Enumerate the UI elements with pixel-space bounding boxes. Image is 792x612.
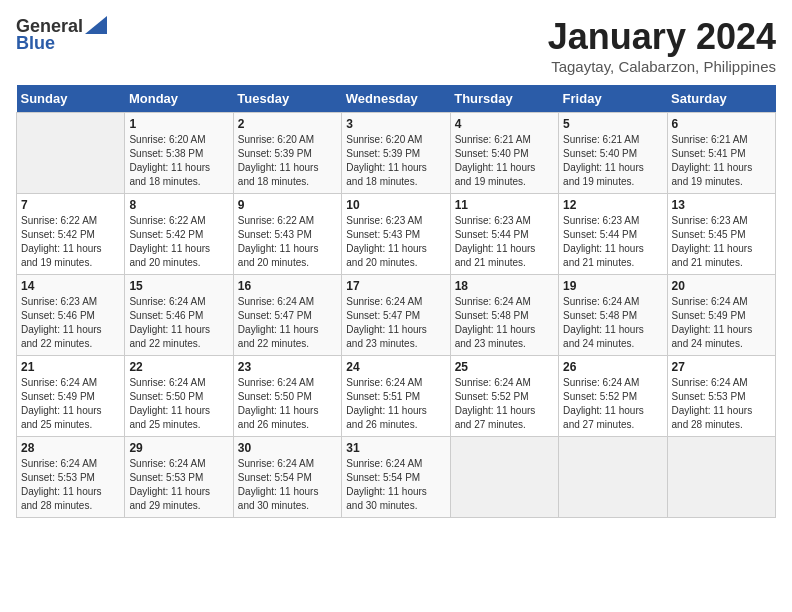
day-number: 27: [672, 360, 771, 374]
calendar-cell: 30Sunrise: 6:24 AM Sunset: 5:54 PM Dayli…: [233, 437, 341, 518]
day-info: Sunrise: 6:22 AM Sunset: 5:42 PM Dayligh…: [21, 214, 120, 270]
week-row-4: 21Sunrise: 6:24 AM Sunset: 5:49 PM Dayli…: [17, 356, 776, 437]
day-info: Sunrise: 6:23 AM Sunset: 5:46 PM Dayligh…: [21, 295, 120, 351]
day-number: 28: [21, 441, 120, 455]
calendar-title: January 2024: [548, 16, 776, 58]
day-number: 29: [129, 441, 228, 455]
calendar-cell: [17, 113, 125, 194]
calendar-cell: [559, 437, 667, 518]
day-number: 18: [455, 279, 554, 293]
header-friday: Friday: [559, 85, 667, 113]
day-info: Sunrise: 6:23 AM Sunset: 5:43 PM Dayligh…: [346, 214, 445, 270]
day-info: Sunrise: 6:24 AM Sunset: 5:48 PM Dayligh…: [563, 295, 662, 351]
calendar-cell: 31Sunrise: 6:24 AM Sunset: 5:54 PM Dayli…: [342, 437, 450, 518]
header-saturday: Saturday: [667, 85, 775, 113]
day-info: Sunrise: 6:21 AM Sunset: 5:40 PM Dayligh…: [563, 133, 662, 189]
calendar-subtitle: Tagaytay, Calabarzon, Philippines: [548, 58, 776, 75]
calendar-cell: 1Sunrise: 6:20 AM Sunset: 5:38 PM Daylig…: [125, 113, 233, 194]
day-number: 25: [455, 360, 554, 374]
day-number: 6: [672, 117, 771, 131]
day-info: Sunrise: 6:24 AM Sunset: 5:52 PM Dayligh…: [563, 376, 662, 432]
logo-blue-text: Blue: [16, 33, 55, 54]
calendar-cell: 8Sunrise: 6:22 AM Sunset: 5:42 PM Daylig…: [125, 194, 233, 275]
day-number: 2: [238, 117, 337, 131]
page-header: General Blue January 2024 Tagaytay, Cala…: [16, 16, 776, 75]
week-row-3: 14Sunrise: 6:23 AM Sunset: 5:46 PM Dayli…: [17, 275, 776, 356]
day-number: 11: [455, 198, 554, 212]
calendar-cell: 15Sunrise: 6:24 AM Sunset: 5:46 PM Dayli…: [125, 275, 233, 356]
day-info: Sunrise: 6:20 AM Sunset: 5:39 PM Dayligh…: [346, 133, 445, 189]
svg-marker-0: [85, 16, 107, 34]
day-info: Sunrise: 6:20 AM Sunset: 5:39 PM Dayligh…: [238, 133, 337, 189]
day-number: 30: [238, 441, 337, 455]
day-info: Sunrise: 6:24 AM Sunset: 5:53 PM Dayligh…: [21, 457, 120, 513]
calendar-cell: 16Sunrise: 6:24 AM Sunset: 5:47 PM Dayli…: [233, 275, 341, 356]
day-number: 23: [238, 360, 337, 374]
calendar-cell: 9Sunrise: 6:22 AM Sunset: 5:43 PM Daylig…: [233, 194, 341, 275]
calendar-cell: [667, 437, 775, 518]
day-info: Sunrise: 6:24 AM Sunset: 5:54 PM Dayligh…: [238, 457, 337, 513]
day-number: 7: [21, 198, 120, 212]
day-number: 26: [563, 360, 662, 374]
calendar-cell: 24Sunrise: 6:24 AM Sunset: 5:51 PM Dayli…: [342, 356, 450, 437]
day-info: Sunrise: 6:21 AM Sunset: 5:41 PM Dayligh…: [672, 133, 771, 189]
header-thursday: Thursday: [450, 85, 558, 113]
day-info: Sunrise: 6:24 AM Sunset: 5:46 PM Dayligh…: [129, 295, 228, 351]
calendar-cell: 23Sunrise: 6:24 AM Sunset: 5:50 PM Dayli…: [233, 356, 341, 437]
calendar-cell: 10Sunrise: 6:23 AM Sunset: 5:43 PM Dayli…: [342, 194, 450, 275]
day-info: Sunrise: 6:24 AM Sunset: 5:49 PM Dayligh…: [21, 376, 120, 432]
day-info: Sunrise: 6:21 AM Sunset: 5:40 PM Dayligh…: [455, 133, 554, 189]
calendar-cell: 25Sunrise: 6:24 AM Sunset: 5:52 PM Dayli…: [450, 356, 558, 437]
title-area: January 2024 Tagaytay, Calabarzon, Phili…: [548, 16, 776, 75]
day-info: Sunrise: 6:24 AM Sunset: 5:50 PM Dayligh…: [238, 376, 337, 432]
week-row-1: 1Sunrise: 6:20 AM Sunset: 5:38 PM Daylig…: [17, 113, 776, 194]
day-info: Sunrise: 6:24 AM Sunset: 5:47 PM Dayligh…: [238, 295, 337, 351]
calendar-cell: 20Sunrise: 6:24 AM Sunset: 5:49 PM Dayli…: [667, 275, 775, 356]
day-info: Sunrise: 6:24 AM Sunset: 5:47 PM Dayligh…: [346, 295, 445, 351]
calendar-cell: 5Sunrise: 6:21 AM Sunset: 5:40 PM Daylig…: [559, 113, 667, 194]
week-row-2: 7Sunrise: 6:22 AM Sunset: 5:42 PM Daylig…: [17, 194, 776, 275]
header-wednesday: Wednesday: [342, 85, 450, 113]
day-number: 1: [129, 117, 228, 131]
header-sunday: Sunday: [17, 85, 125, 113]
day-number: 17: [346, 279, 445, 293]
calendar-cell: 14Sunrise: 6:23 AM Sunset: 5:46 PM Dayli…: [17, 275, 125, 356]
day-info: Sunrise: 6:24 AM Sunset: 5:51 PM Dayligh…: [346, 376, 445, 432]
calendar-cell: 2Sunrise: 6:20 AM Sunset: 5:39 PM Daylig…: [233, 113, 341, 194]
day-number: 12: [563, 198, 662, 212]
day-number: 14: [21, 279, 120, 293]
logo-icon: [85, 16, 107, 34]
day-number: 24: [346, 360, 445, 374]
calendar-cell: 26Sunrise: 6:24 AM Sunset: 5:52 PM Dayli…: [559, 356, 667, 437]
day-info: Sunrise: 6:24 AM Sunset: 5:49 PM Dayligh…: [672, 295, 771, 351]
day-info: Sunrise: 6:20 AM Sunset: 5:38 PM Dayligh…: [129, 133, 228, 189]
day-info: Sunrise: 6:23 AM Sunset: 5:45 PM Dayligh…: [672, 214, 771, 270]
logo: General Blue: [16, 16, 107, 54]
calendar-table: SundayMondayTuesdayWednesdayThursdayFrid…: [16, 85, 776, 518]
day-number: 20: [672, 279, 771, 293]
calendar-cell: 28Sunrise: 6:24 AM Sunset: 5:53 PM Dayli…: [17, 437, 125, 518]
day-number: 15: [129, 279, 228, 293]
calendar-cell: 12Sunrise: 6:23 AM Sunset: 5:44 PM Dayli…: [559, 194, 667, 275]
day-number: 21: [21, 360, 120, 374]
calendar-cell: 11Sunrise: 6:23 AM Sunset: 5:44 PM Dayli…: [450, 194, 558, 275]
calendar-cell: 19Sunrise: 6:24 AM Sunset: 5:48 PM Dayli…: [559, 275, 667, 356]
day-number: 10: [346, 198, 445, 212]
day-info: Sunrise: 6:24 AM Sunset: 5:48 PM Dayligh…: [455, 295, 554, 351]
day-number: 31: [346, 441, 445, 455]
week-row-5: 28Sunrise: 6:24 AM Sunset: 5:53 PM Dayli…: [17, 437, 776, 518]
day-number: 4: [455, 117, 554, 131]
day-info: Sunrise: 6:22 AM Sunset: 5:43 PM Dayligh…: [238, 214, 337, 270]
day-number: 8: [129, 198, 228, 212]
calendar-cell: 29Sunrise: 6:24 AM Sunset: 5:53 PM Dayli…: [125, 437, 233, 518]
header-monday: Monday: [125, 85, 233, 113]
header-tuesday: Tuesday: [233, 85, 341, 113]
day-info: Sunrise: 6:22 AM Sunset: 5:42 PM Dayligh…: [129, 214, 228, 270]
day-number: 5: [563, 117, 662, 131]
day-info: Sunrise: 6:24 AM Sunset: 5:53 PM Dayligh…: [129, 457, 228, 513]
calendar-cell: 18Sunrise: 6:24 AM Sunset: 5:48 PM Dayli…: [450, 275, 558, 356]
calendar-cell: 6Sunrise: 6:21 AM Sunset: 5:41 PM Daylig…: [667, 113, 775, 194]
calendar-cell: 3Sunrise: 6:20 AM Sunset: 5:39 PM Daylig…: [342, 113, 450, 194]
calendar-cell: 7Sunrise: 6:22 AM Sunset: 5:42 PM Daylig…: [17, 194, 125, 275]
calendar-cell: 21Sunrise: 6:24 AM Sunset: 5:49 PM Dayli…: [17, 356, 125, 437]
